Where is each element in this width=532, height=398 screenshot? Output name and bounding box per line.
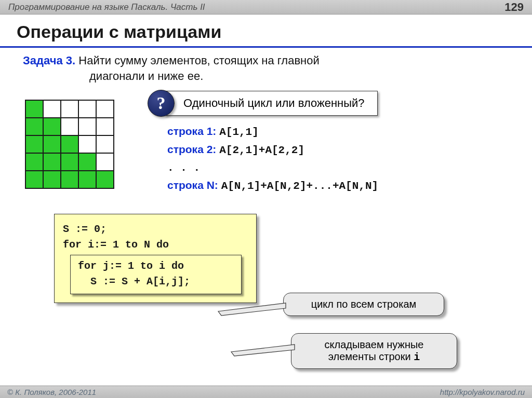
matrix-cell xyxy=(61,135,78,153)
matrix-cell xyxy=(25,100,43,118)
row2-code: A[2,1]+A[2,2] xyxy=(219,144,304,156)
task-line-2: диагонали и ниже ее. xyxy=(23,68,509,84)
code-block-wrap: S := 0; for i:= 1 to N do for j:= 1 to i… xyxy=(54,214,257,303)
question-box: Одиночный цикл или вложенный? xyxy=(164,91,378,116)
matrix-cell xyxy=(25,118,43,135)
code-line-1: S := 0; xyxy=(63,222,248,237)
matrix-cell xyxy=(78,171,96,188)
row-dots: . . . xyxy=(167,162,200,174)
matrix-cell xyxy=(43,118,61,135)
code-line-3: for j:= 1 to i do xyxy=(78,258,234,274)
callout-inner-loop: складываем нужные элементы строки i xyxy=(291,333,457,369)
code-line-2: for i:= 1 to N do xyxy=(63,237,248,253)
question-mark-icon: ? xyxy=(148,90,175,117)
row-examples: строка 1: A[1,1] строка 2: A[2,1]+A[2,2]… xyxy=(167,123,509,195)
matrix-cell xyxy=(96,135,114,153)
matrix-cell xyxy=(78,153,96,171)
matrix-cell xyxy=(78,118,96,135)
matrix-cell xyxy=(61,100,78,118)
task-text: Задача 3. Найти сумму элементов, стоящих… xyxy=(23,53,509,84)
matrix-cell xyxy=(78,135,96,153)
footer-bar: © К. Поляков, 2006-2011 http://kpolyakov… xyxy=(0,386,532,398)
matrix-cell xyxy=(61,153,78,171)
matrix-cell xyxy=(43,171,61,188)
matrix-cell xyxy=(96,100,114,118)
arrow-to-callout-1 xyxy=(218,302,291,318)
footer-url: http://kpolyakov.narod.ru xyxy=(440,388,525,396)
matrix-cell xyxy=(25,153,43,171)
header-bar: Программирование на языке Паскаль. Часть… xyxy=(0,0,532,15)
content-area: Задача 3. Найти сумму элементов, стоящих… xyxy=(0,48,532,303)
matrix-cell xyxy=(78,100,96,118)
header-subtitle: Программирование на языке Паскаль. Часть… xyxy=(8,2,205,12)
matrix-cell xyxy=(43,100,61,118)
matrix-cell xyxy=(25,135,43,153)
callout-outer-loop: цикл по всем строкам xyxy=(283,293,444,316)
svg-marker-0 xyxy=(218,303,286,315)
svg-marker-1 xyxy=(231,345,295,356)
code-block: S := 0; for i:= 1 to N do for j:= 1 to i… xyxy=(54,214,257,303)
matrix-cell xyxy=(61,171,78,188)
row1-label: строка 1: xyxy=(167,125,216,137)
question-row: ? Одиночный цикл или вложенный? xyxy=(148,90,509,117)
matrix-cell xyxy=(96,153,114,171)
matrix-cell xyxy=(25,171,43,188)
task-label: Задача 3. xyxy=(23,54,75,67)
matrix-diagram xyxy=(25,100,114,189)
task-line-1: Найти сумму элементов, стоящих на главно… xyxy=(75,54,320,67)
row2-label: строка 2: xyxy=(167,143,216,155)
matrix-cell xyxy=(43,153,61,171)
rown-label: строка N: xyxy=(167,179,218,191)
matrix-cell xyxy=(96,171,114,188)
rown-code: A[N,1]+A[N,2]+...+A[N,N] xyxy=(221,180,378,192)
page-title: Операции с матрицами xyxy=(0,15,532,48)
footer-copyright: © К. Поляков, 2006-2011 xyxy=(7,388,96,396)
code-line-4: S := S + A[i,j]; xyxy=(78,274,234,290)
matrix-cell xyxy=(43,135,61,153)
page-number: 129 xyxy=(504,1,524,14)
matrix-cell xyxy=(96,118,114,135)
inner-code-box: for j:= 1 to i do S := S + A[i,j]; xyxy=(70,255,242,294)
row1-code: A[1,1] xyxy=(219,126,259,138)
arrow-to-callout-2 xyxy=(231,342,299,358)
matrix-cell xyxy=(61,118,78,135)
